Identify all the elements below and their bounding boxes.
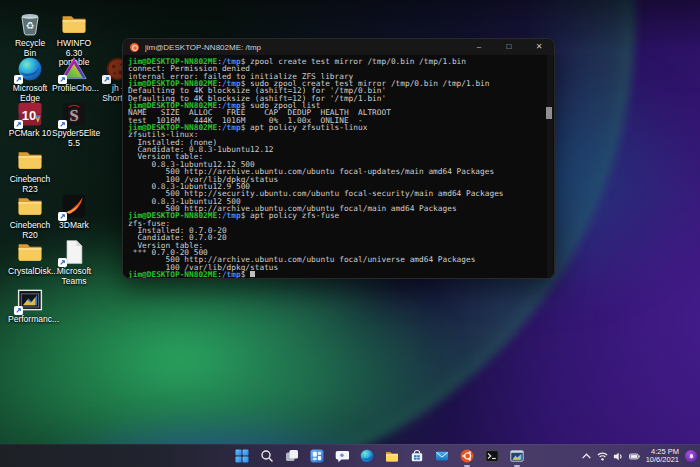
terminal-body[interactable]: jim@DESKTOP-NN802ME:/tmp$ zpool create t… (123, 55, 554, 279)
taskbar-center-icons (229, 445, 529, 467)
active-app-indicator (514, 465, 520, 467)
shortcut-arrow-icon (102, 75, 111, 84)
volume-button[interactable] (612, 450, 625, 463)
terminal-cursor (250, 271, 255, 277)
edge-button[interactable] (354, 445, 379, 467)
file-explorer-icon (385, 449, 399, 463)
desktop-icon-label: Spyder5Elite 5.5 (52, 129, 96, 148)
desktop-icon-label: CrystalDisk... (8, 267, 52, 277)
folder-icon (16, 146, 44, 174)
desktop-icon-crystaldisk-folder[interactable]: CrystalDisk... (8, 238, 52, 277)
network-button[interactable] (596, 450, 609, 463)
svg-text:S: S (69, 106, 78, 125)
terminal-window: jim@DESKTOP-NN802ME: /tmp – □ ✕ jim@DESK… (122, 38, 555, 279)
desktop[interactable]: ♻Recycle BinHWINFO 6.30 portableMicrosof… (0, 0, 700, 467)
hidden-icons-button[interactable] (580, 450, 593, 463)
chat-icon (335, 449, 349, 463)
shortcut-arrow-icon (58, 258, 67, 267)
desktop-icon-spyder5elite[interactable]: SSpyder5Elite 5.5 (52, 100, 96, 148)
desktop-icon-recycle-bin[interactable]: ♻Recycle Bin (8, 10, 52, 58)
task-view-icon (285, 449, 299, 463)
terminal-line: jim@DESKTOP-NN802ME:/tmp$ (128, 271, 544, 278)
system-tray: 4:25 PM 10/6/2021 (580, 445, 697, 467)
desktop-icon-3dmark[interactable]: 3DMark (52, 192, 96, 231)
document-icon (60, 238, 88, 266)
ubuntu-wsl-button[interactable] (454, 445, 479, 467)
shortcut-arrow-icon (58, 212, 67, 221)
desktop-icon-label: 3DMark (52, 221, 96, 231)
terminal-output: jim@DESKTOP-NN802ME:/tmp$ zpool create t… (128, 58, 544, 278)
profile-chooser-icon (60, 55, 88, 83)
shortcut-arrow-icon (14, 120, 23, 129)
taskbar-clock[interactable]: 4:25 PM 10/6/2021 (644, 448, 681, 465)
svg-text:♻: ♻ (26, 20, 35, 31)
terminal-icon (485, 449, 499, 463)
recycle-bin-icon: ♻ (16, 10, 44, 38)
maximize-button[interactable]: □ (494, 39, 524, 55)
ubuntu-app-icon (130, 43, 139, 52)
desktop-icon-cinebench-r23[interactable]: Cinebench R23 (8, 146, 52, 194)
terminal-titlebar[interactable]: jim@DESKTOP-NN802ME: /tmp – □ ✕ (123, 39, 554, 55)
minimize-button[interactable]: – (464, 39, 494, 55)
spyder-icon: S (60, 100, 88, 128)
performance-monitor-icon (16, 286, 44, 314)
desktop-icon-microsoft-edge[interactable]: Microsoft Edge (8, 55, 52, 103)
terminal-window-title: jim@DESKTOP-NN802ME: /tmp (145, 43, 464, 52)
terminal-button[interactable] (479, 445, 504, 467)
clock-date: 10/6/2021 (646, 456, 679, 465)
widgets-icon (310, 449, 324, 463)
folder-icon (16, 238, 44, 266)
windows-start-icon (235, 449, 249, 463)
search-button[interactable] (254, 445, 279, 467)
folder-icon (16, 192, 44, 220)
desktop-icon-label: PCMark 10 (8, 129, 52, 139)
store-button[interactable] (404, 445, 429, 467)
desktop-icon-label: Performanc... (8, 315, 52, 325)
shortcut-arrow-icon (14, 75, 23, 84)
desktop-icon-microsoft-teams[interactable]: Microsoft Teams (52, 238, 96, 286)
folder-icon (60, 10, 88, 38)
edge-small-icon (360, 449, 374, 463)
desktop-icon-label: Microsoft Teams (52, 267, 96, 286)
active-app-indicator (464, 465, 470, 467)
widgets-button[interactable] (304, 445, 329, 467)
pcmark-icon: 10 (16, 100, 44, 128)
terminal-line: jim@DESKTOP-NN802ME:/tmp$ apt policy zfs… (128, 212, 544, 219)
file-explorer-button[interactable] (379, 445, 404, 467)
desktop-icon-pcmark-10[interactable]: 10PCMark 10 (8, 100, 52, 139)
performance-app-button[interactable] (504, 445, 529, 467)
terminal-scrollbar[interactable] (547, 55, 553, 279)
mail-icon (435, 449, 449, 463)
shortcut-arrow-icon (14, 306, 23, 315)
desktop-icon-label: ProfileCho... (52, 84, 96, 94)
mail-button[interactable] (429, 445, 454, 467)
notification-bell-badge[interactable] (685, 450, 697, 462)
shortcut-arrow-icon (58, 120, 67, 129)
desktop-icon-performance[interactable]: Performanc... (8, 286, 52, 325)
edge-icon (16, 55, 44, 83)
chat-button[interactable] (329, 445, 354, 467)
close-button[interactable]: ✕ (524, 39, 554, 55)
search-icon (260, 449, 274, 463)
task-view-button[interactable] (279, 445, 304, 467)
svg-text:10: 10 (22, 108, 37, 123)
ubuntu-icon (460, 449, 474, 463)
desktop-icon-profilechooser[interactable]: ProfileCho... (52, 55, 96, 94)
start-button[interactable] (229, 445, 254, 467)
battery-button[interactable] (628, 450, 641, 463)
desktop-icon-cinebench-r20[interactable]: Cinebench R20 (8, 192, 52, 240)
scrollbar-thumb[interactable] (546, 107, 552, 119)
store-icon (410, 449, 424, 463)
shortcut-arrow-icon (58, 75, 67, 84)
3dmark-icon (60, 192, 88, 220)
monitor-app-icon (510, 449, 524, 463)
taskbar: 4:25 PM 10/6/2021 (0, 444, 700, 467)
